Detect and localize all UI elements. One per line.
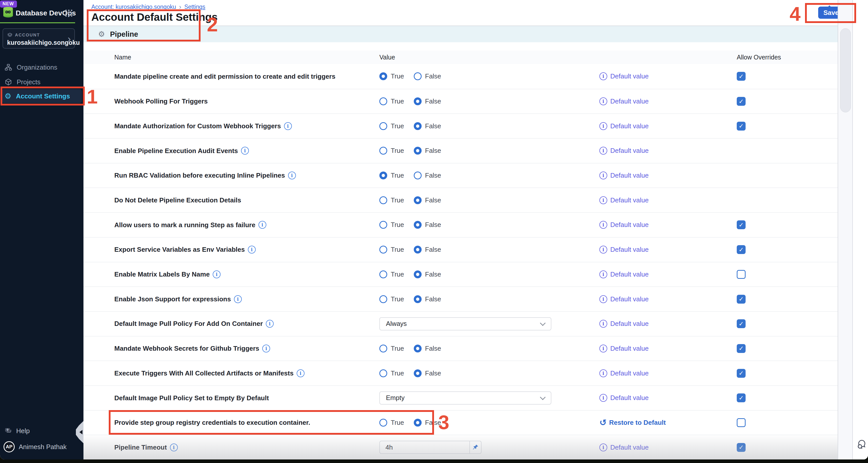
radio-true[interactable] — [379, 246, 387, 253]
default-value-link[interactable]: iDefault value — [599, 295, 737, 303]
default-value-link[interactable]: iDefault value — [599, 221, 737, 229]
sidebar-item-projects[interactable]: Projects — [2, 75, 82, 89]
radio-option-false[interactable]: False — [414, 147, 441, 155]
radio-option-false[interactable]: False — [414, 221, 441, 229]
radio-option-false[interactable]: False — [414, 419, 441, 427]
radio-false-selected[interactable] — [414, 345, 422, 352]
radio-option-true[interactable]: True — [379, 147, 404, 155]
radio-false-selected[interactable] — [414, 97, 422, 105]
default-value-link[interactable]: iDefault value — [599, 122, 737, 130]
radio-option-false[interactable]: False — [414, 345, 441, 352]
default-value-link[interactable]: iDefault value — [599, 147, 737, 155]
default-value-link[interactable]: iDefault value — [599, 443, 737, 451]
sidebar-item-organizations[interactable]: Organizations — [2, 60, 82, 74]
account-scope-selector[interactable]: ACCOUNT kurosakiichigo.songoku › — [3, 28, 75, 49]
info-icon[interactable]: i — [284, 122, 292, 130]
radio-option-false[interactable]: False — [414, 369, 441, 377]
info-icon[interactable]: i — [248, 246, 256, 253]
allow-overrides-checkbox-checked[interactable]: ✓ — [737, 245, 746, 254]
radio-option-true[interactable]: True — [379, 295, 404, 303]
radio-option-false[interactable]: False — [414, 271, 441, 278]
allow-overrides-checkbox-unchecked[interactable] — [737, 270, 746, 279]
radio-option-true[interactable]: True — [379, 122, 404, 130]
radio-false-selected[interactable] — [414, 419, 422, 427]
radio-option-true[interactable]: True — [379, 246, 404, 253]
info-icon[interactable]: i — [297, 369, 305, 377]
default-value-link[interactable]: iDefault value — [599, 345, 737, 352]
help-button[interactable]: ? Help — [5, 427, 30, 435]
default-value-link[interactable]: iDefault value — [599, 271, 737, 278]
radio-option-false[interactable]: False — [414, 295, 441, 303]
radio-true[interactable] — [379, 419, 387, 427]
radio-option-true[interactable]: True — [379, 369, 404, 377]
radio-option-false[interactable]: False — [414, 172, 441, 179]
radio-option-false[interactable]: False — [414, 246, 441, 253]
radio-true[interactable] — [379, 221, 387, 229]
default-value-link[interactable]: iDefault value — [599, 72, 737, 80]
radio-false-selected[interactable] — [414, 271, 422, 278]
radio-option-true[interactable]: True — [379, 196, 404, 204]
pin-button[interactable] — [470, 441, 482, 454]
radio-option-false[interactable]: False — [414, 196, 441, 204]
vertical-scrollbar[interactable] — [838, 0, 853, 459]
allow-overrides-checkbox-unchecked[interactable] — [737, 418, 746, 427]
radio-true[interactable] — [379, 345, 387, 352]
default-value-link[interactable]: iDefault value — [599, 97, 737, 105]
default-value-link[interactable]: iDefault value — [599, 320, 737, 328]
allow-overrides-checkbox-checked[interactable]: ✓ — [737, 97, 746, 106]
radio-false-selected[interactable] — [414, 196, 422, 204]
info-icon[interactable]: i — [170, 443, 178, 451]
radio-true[interactable] — [379, 97, 387, 105]
breadcrumb-account-link[interactable]: Account: kurosakiichigo.songoku — [91, 4, 176, 10]
radio-option-true[interactable]: True — [379, 271, 404, 278]
restore-to-default-link[interactable]: ↺Restore to Default — [599, 419, 737, 427]
pipeline-section-header[interactable]: ⚙ Pipeline — [84, 26, 838, 42]
allow-overrides-checkbox-checked[interactable]: ✓ — [737, 344, 746, 353]
radio-option-true[interactable]: True — [379, 419, 404, 427]
radio-false-selected[interactable] — [414, 295, 422, 303]
radio-true[interactable] — [379, 196, 387, 204]
value-dropdown[interactable]: Always — [379, 317, 551, 331]
sidebar-collapse-handle[interactable] — [76, 421, 84, 443]
info-icon[interactable]: i — [213, 271, 221, 278]
value-dropdown[interactable]: Empty — [379, 392, 551, 405]
radio-false[interactable] — [414, 72, 422, 80]
radio-true[interactable] — [379, 295, 387, 303]
default-value-link[interactable]: iDefault value — [599, 172, 737, 179]
allow-overrides-checkbox-checked[interactable]: ✓ — [737, 295, 746, 304]
allow-overrides-checkbox-checked[interactable]: ✓ — [737, 443, 746, 452]
radio-true-selected[interactable] — [379, 72, 387, 80]
breadcrumb-settings-link[interactable]: Settings — [184, 4, 205, 10]
radio-false-selected[interactable] — [414, 221, 422, 229]
info-icon[interactable]: i — [288, 172, 296, 179]
scrollbar-thumb[interactable] — [840, 28, 851, 112]
radio-option-false[interactable]: False — [414, 97, 441, 105]
radio-false[interactable] — [414, 172, 422, 179]
radio-option-false[interactable]: False — [414, 122, 441, 130]
timeout-input[interactable]: 4h — [379, 441, 470, 454]
info-icon[interactable]: i — [241, 147, 249, 155]
allow-overrides-checkbox-checked[interactable]: ✓ — [737, 319, 746, 328]
radio-option-true[interactable]: True — [379, 221, 404, 229]
info-icon[interactable]: i — [234, 295, 242, 303]
allow-overrides-checkbox-checked[interactable]: ✓ — [737, 220, 746, 229]
default-value-link[interactable]: iDefault value — [599, 196, 737, 204]
radio-option-false[interactable]: False — [414, 72, 441, 80]
allow-overrides-checkbox-checked[interactable]: ✓ — [737, 72, 746, 81]
info-icon[interactable]: i — [262, 345, 270, 352]
default-value-link[interactable]: iDefault value — [599, 369, 737, 377]
info-icon[interactable]: i — [258, 221, 266, 229]
allow-overrides-checkbox-checked[interactable]: ✓ — [737, 122, 746, 130]
radio-option-true[interactable]: True — [379, 97, 404, 105]
radio-option-true[interactable]: True — [379, 345, 404, 352]
radio-option-true[interactable]: True — [379, 172, 404, 179]
info-icon[interactable]: i — [266, 320, 274, 328]
default-value-link[interactable]: iDefault value — [599, 246, 737, 253]
sidebar-item-account-settings[interactable]: ⚙ Account Settings — [2, 89, 82, 103]
radio-false-selected[interactable] — [414, 122, 422, 130]
allow-overrides-checkbox-checked[interactable]: ✓ — [737, 369, 746, 378]
radio-true[interactable] — [379, 271, 387, 278]
radio-true[interactable] — [379, 369, 387, 377]
radio-true[interactable] — [379, 147, 387, 155]
radio-option-true[interactable]: True — [379, 72, 404, 80]
